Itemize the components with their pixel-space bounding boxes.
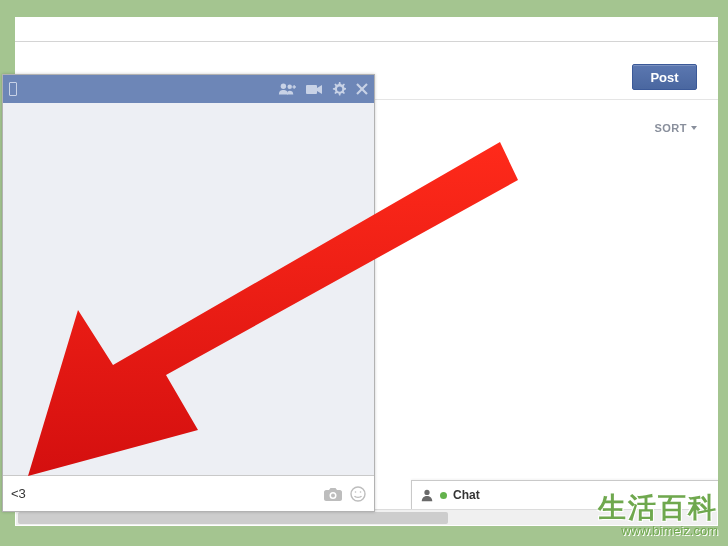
post-button[interactable]: Post (632, 64, 697, 90)
close-icon[interactable] (356, 83, 368, 95)
chat-message-input[interactable] (11, 486, 316, 501)
chat-tab-label: Chat (453, 488, 480, 502)
svg-point-0 (424, 490, 429, 495)
chat-popup-window (2, 74, 375, 512)
svg-point-10 (360, 491, 362, 493)
mobile-icon (9, 82, 17, 96)
chat-sidebar-tab[interactable]: Chat (411, 480, 718, 509)
emoji-icon[interactable] (350, 486, 366, 502)
svg-rect-4 (293, 85, 294, 89)
chat-titlebar[interactable] (3, 75, 374, 103)
chat-message-area (3, 103, 374, 475)
svg-point-1 (281, 84, 286, 89)
video-call-icon[interactable] (306, 84, 322, 95)
sort-dropdown[interactable]: SORT (654, 122, 697, 134)
caret-down-icon (691, 126, 697, 130)
add-friends-icon[interactable] (278, 82, 296, 96)
sort-label: SORT (654, 122, 687, 134)
titlebar-actions (278, 82, 368, 96)
chat-input-row (3, 475, 374, 511)
gear-icon[interactable] (332, 82, 346, 96)
status-online-icon (440, 492, 447, 499)
person-icon (420, 488, 434, 502)
svg-point-8 (351, 487, 365, 501)
titlebar-left (9, 82, 17, 96)
svg-point-2 (287, 85, 292, 90)
svg-point-9 (355, 491, 357, 493)
svg-rect-5 (306, 85, 317, 94)
scrollbar-thumb[interactable] (18, 512, 448, 524)
camera-icon[interactable] (324, 486, 342, 501)
